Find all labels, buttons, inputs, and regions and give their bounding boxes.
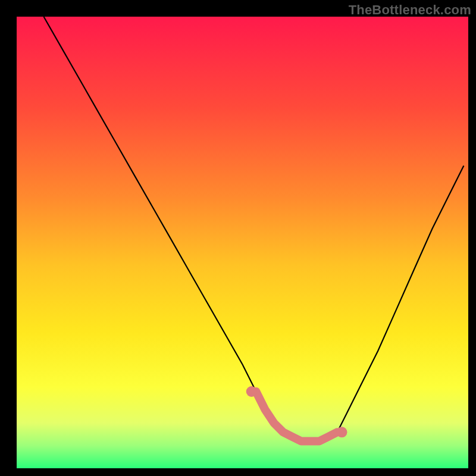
optimal-zone-endpoint [246,386,257,397]
bottleneck-chart [0,0,476,476]
optimal-zone-endpoint [337,427,347,437]
watermark-text: TheBottleneck.com [349,2,471,18]
plot-background [17,17,468,468]
chart-container: TheBottleneck.com [0,0,476,476]
